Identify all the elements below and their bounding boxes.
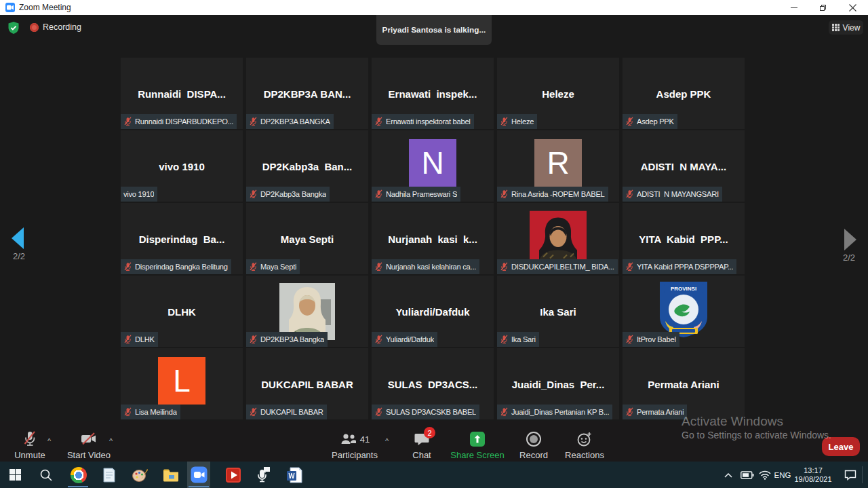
taskbar-voice-recorder-icon[interactable] [254,462,273,488]
participant-tile[interactable]: Maya SeptiMaya Septi [246,203,368,274]
mic-muted-icon [374,407,383,417]
participant-video-frame [530,211,587,261]
mic-muted-icon [374,262,383,271]
participant-tile[interactable]: DP2KBP3A Bangka [246,276,368,347]
participant-tile[interactable]: Permata ArianiPermata Ariani [623,348,745,419]
tray-language-indicator[interactable]: ENG [772,462,793,488]
participant-tile[interactable]: PROVINSIItProv Babel [623,276,745,347]
participant-tile[interactable]: YITA Kabid PPP...YITA Kabid PPPA DSPPPAP… [623,203,745,274]
participant-name-text: SULAS DP3ACSKB BABEL [386,408,476,416]
participant-tile[interactable]: HelezeHeleze [497,58,619,129]
taskbar-chrome-icon[interactable] [69,462,88,488]
activate-windows-watermark-line1: Activate Windows [682,414,783,429]
participant-tile[interactable]: DP2Kabp3a Ban...DP2Kabp3a Bangka [246,130,368,202]
participant-tile[interactable]: NNadhila Prameswari S [372,130,494,202]
tray-wifi-icon[interactable] [757,462,772,488]
participant-tile[interactable]: DLHKDLHK [121,276,243,347]
participant-display-name: DLHK [121,305,243,317]
participant-name-tag: Ika Sari [497,332,539,347]
participant-name-text: DP2Kabp3a Bangka [260,190,326,198]
participant-name-text: Rina Asrida -ROPEM BABEL [511,190,605,198]
participant-name-text: DUKCAPIL BABAR [260,408,323,416]
security-shield-icon[interactable] [7,21,20,35]
mic-muted-icon [500,262,509,271]
participant-tile[interactable]: DISDUKCAPILBELTIM_ BIDA... [497,203,619,274]
participant-name-tag: Permata Ariani [623,405,687,419]
participant-tile[interactable]: vivo 1910vivo 1910 [121,130,243,202]
mic-muted-icon [249,335,258,344]
mic-muted-icon [625,189,634,199]
mic-muted-icon [625,117,634,126]
page-indicator-left: 2/2 [13,251,25,261]
previous-page-arrow[interactable] [12,227,24,249]
view-button[interactable]: View [829,20,863,35]
recording-label: Recording [43,22,81,32]
unmute-label: Unmute [14,450,45,460]
participant-name-tag: Heleze [497,114,537,129]
participant-display-name: Juaidi_Dinas Per... [497,378,619,390]
show-desktop-separator[interactable] [862,466,863,483]
participants-label: Participants [332,450,378,460]
record-icon [525,430,542,448]
participant-tile[interactable]: Disperindag Ba...Disperindag Bangka Beli… [121,203,243,274]
participant-avatar: L [158,357,205,405]
participant-tile[interactable]: LLisa Meilinda [121,348,243,419]
participant-tile[interactable]: Ernawati inspek...Ernawati inspektorat b… [372,58,494,129]
participant-name-text: Nurjanah kasi kelahiran ca... [386,263,476,271]
active-speaker-text: Priyadi Santosa is talking... [382,25,486,35]
participant-tile[interactable]: DUKCAPIL BABARDUKCAPIL BABAR [246,348,368,419]
svg-text:PROVINSI: PROVINSI [671,286,696,292]
taskbar-zoom-icon[interactable] [189,462,208,488]
search-icon[interactable] [37,462,56,488]
tray-clock[interactable]: 13:17 19/08/2021 [792,462,834,488]
participant-tile[interactable]: Juaidi_Dinas Per...Juaidi_Dinas Pertania… [497,348,619,419]
taskbar-notepad-icon[interactable] [99,462,118,488]
taskbar-file-explorer-icon[interactable] [161,462,180,488]
participant-tile[interactable]: Ika SariIka Sari [497,276,619,347]
window-titlebar: Zoom Meeting [0,0,868,15]
participants-button[interactable]: 41 Participants [331,430,378,460]
participants-options-chevron[interactable]: ^ [385,437,389,445]
participant-name-text: Nadhila Prameswari S [386,190,457,198]
participant-grid: Runnaidi DISPA...Runnaidi DISPARBUDKEPO.… [121,58,745,419]
taskbar-paint-icon[interactable] [130,462,149,488]
participant-avatar: R [534,139,582,187]
participant-tile[interactable]: RRina Asrida -ROPEM BABEL [497,130,619,202]
tray-show-hidden-icons-chevron[interactable] [722,462,735,488]
unmute-options-chevron[interactable]: ^ [47,437,51,445]
close-button[interactable] [841,0,864,15]
next-page-arrow[interactable] [844,229,856,250]
start-video-button[interactable]: Start Video [68,430,110,460]
participant-tile[interactable]: Asdep PPKAsdep PPK [623,58,745,129]
record-label: Record [519,450,548,460]
participant-name-text: Lisa Meilinda [135,408,177,416]
participant-avatar: N [409,139,456,187]
share-screen-button[interactable]: Share Screen [453,430,502,460]
participant-tile[interactable]: Nurjanah kasi k...Nurjanah kasi kelahira… [372,203,494,274]
mic-muted-icon [374,189,383,199]
participant-tile[interactable]: Yuliardi/DafdukYuliardi/Dafduk [372,276,494,347]
taskbar-media-player-icon[interactable] [224,462,243,488]
chat-button[interactable]: Chat 2 [406,430,438,460]
active-speaker-toast: Priyadi Santosa is talking... [376,15,492,45]
mic-muted-icon [123,335,132,344]
record-button[interactable]: Record [514,430,553,460]
participant-tile[interactable]: Runnaidi DISPA...Runnaidi DISPARBUDKEPO.… [121,58,243,129]
minimize-button[interactable] [783,0,806,15]
mic-muted-icon [249,189,258,199]
participant-tile[interactable]: DP2KBP3A BAN...DP2KBP3A BANGKA [246,58,368,129]
video-options-chevron[interactable]: ^ [109,437,113,445]
activate-windows-watermark-line2: Go to Settings to activate Windows. [682,430,831,440]
start-button[interactable] [5,462,24,488]
reactions-button[interactable]: Reactions [561,430,608,460]
page-indicator-right: 2/2 [843,252,855,263]
mic-muted-icon [500,117,509,126]
taskbar-word-icon[interactable] [285,462,304,488]
participant-tile[interactable]: ADISTI N MAYA...ADISTI N MAYANGSARI [623,130,745,202]
maximize-button[interactable] [811,0,834,15]
tray-action-center-icon[interactable] [841,462,860,488]
participant-tile[interactable]: SULAS DP3ACS...SULAS DP3ACSKB BABEL [372,348,494,419]
participant-name-text: Disperindag Bangka Belitung [135,263,228,271]
recording-indicator-icon[interactable] [30,23,39,32]
unmute-button[interactable]: Unmute [11,430,49,460]
